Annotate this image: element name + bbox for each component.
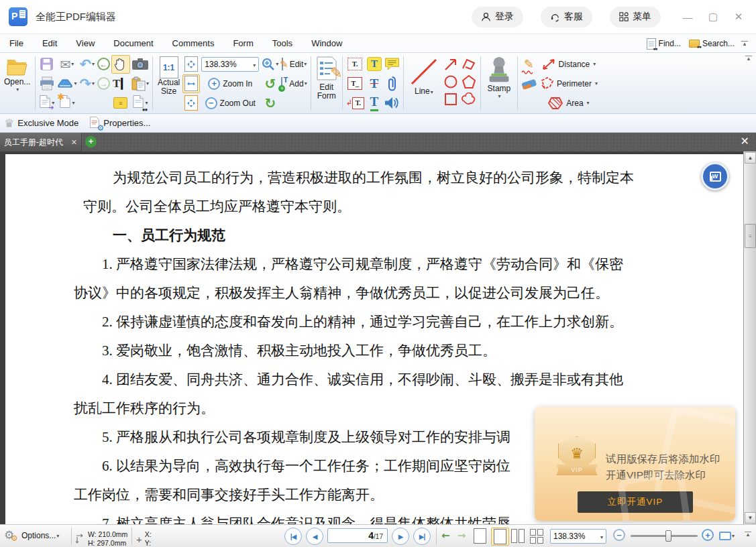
ellipse-tool-button[interactable] bbox=[442, 74, 460, 90]
vertical-scrollbar[interactable]: ▲ ≡ ▼ bbox=[743, 151, 756, 524]
search-button[interactable]: Search... bbox=[702, 39, 735, 48]
history-back-button[interactable]: ← bbox=[96, 55, 111, 74]
scroll-down-icon[interactable]: ▼ bbox=[745, 512, 756, 524]
line-dropdown-icon[interactable] bbox=[431, 89, 433, 95]
menu-button[interactable]: 菜单 bbox=[610, 7, 661, 27]
status-zoom-combo[interactable]: 138.33% bbox=[550, 529, 606, 544]
fit-width-button[interactable] bbox=[182, 74, 200, 93]
stamp-dropdown-icon[interactable] bbox=[498, 93, 500, 99]
distance-tool-button[interactable]: Distance bbox=[538, 54, 599, 74]
menu-item[interactable]: Window bbox=[302, 38, 352, 48]
doc-search-dropdown-icon[interactable] bbox=[145, 100, 148, 106]
polygon-tool-button[interactable] bbox=[460, 74, 478, 90]
paste-dropdown-icon[interactable] bbox=[146, 80, 149, 86]
rectangle-tool-button[interactable] bbox=[442, 91, 460, 107]
hand-tool-button[interactable] bbox=[111, 55, 130, 74]
find-button[interactable]: Find... bbox=[659, 39, 681, 48]
zoom-in-slider-button[interactable]: + bbox=[702, 529, 714, 541]
save-button[interactable] bbox=[38, 55, 56, 74]
view-forward-button[interactable]: → bbox=[457, 530, 466, 542]
polyline-tool-button[interactable] bbox=[460, 56, 478, 72]
select-comments-button[interactable]: ≡ bbox=[111, 94, 130, 113]
edit-content-button[interactable]: ✎Edit bbox=[280, 55, 308, 74]
open-button[interactable]: Open... bbox=[1, 54, 33, 112]
scan-button[interactable] bbox=[56, 74, 78, 93]
perimeter-tool-button[interactable]: Perimeter bbox=[538, 74, 599, 93]
scrollbar-thumb[interactable]: ≡ bbox=[745, 224, 756, 248]
zoom-out-button[interactable]: −Zoom Out bbox=[200, 94, 260, 113]
view-back-button[interactable]: ← bbox=[441, 530, 450, 542]
redo-dropdown-icon[interactable] bbox=[92, 80, 95, 86]
perimeter-dropdown-icon[interactable] bbox=[595, 80, 598, 86]
close-document-button[interactable]: ✕ bbox=[741, 133, 756, 151]
actual-size-button[interactable]: 1:1 ActualSize bbox=[155, 54, 182, 112]
callout-button[interactable]: ↲T. bbox=[345, 94, 366, 113]
eraser-tool-button[interactable] bbox=[520, 74, 538, 93]
new-document-button[interactable]: ✱ bbox=[56, 94, 78, 113]
zoom-out-slider-button[interactable]: − bbox=[613, 529, 625, 541]
rotate-cw-button[interactable]: ↻ bbox=[260, 94, 280, 113]
underline-text-button[interactable]: T bbox=[366, 94, 383, 113]
pencil-tool-button[interactable]: ✎ bbox=[520, 55, 538, 74]
single-page-view-button[interactable] bbox=[474, 528, 486, 544]
menu-item[interactable]: File bbox=[0, 38, 33, 48]
exclusive-mode-button[interactable]: ♛ Exclusive Mode bbox=[4, 117, 78, 130]
menu-item[interactable]: Edit bbox=[33, 38, 66, 48]
zoom-slider-handle[interactable] bbox=[665, 530, 671, 542]
two-page-view-button[interactable] bbox=[511, 529, 525, 543]
line-tool-button[interactable]: Line bbox=[406, 54, 442, 112]
menu-item[interactable]: Form bbox=[223, 38, 262, 48]
open-dropdown-icon[interactable] bbox=[16, 86, 19, 93]
tab-close-icon[interactable]: ✕ bbox=[71, 138, 77, 147]
menu-item[interactable]: Document bbox=[104, 38, 162, 48]
arrow-tool-button[interactable] bbox=[442, 56, 460, 72]
vip-upgrade-button[interactable]: 立即开通VIP bbox=[578, 491, 693, 513]
strikeout-text-button[interactable]: T bbox=[366, 74, 383, 93]
next-page-button[interactable]: ▶ bbox=[392, 528, 409, 545]
new-tab-button[interactable]: + bbox=[85, 136, 97, 147]
sticky-note-button[interactable] bbox=[383, 55, 401, 74]
fit-page-button[interactable] bbox=[182, 55, 200, 74]
sound-button[interactable] bbox=[383, 94, 401, 113]
fit-view-toggle-button[interactable] bbox=[719, 532, 735, 540]
highlight-text-button[interactable]: T bbox=[366, 55, 383, 74]
login-button[interactable]: 登录 bbox=[472, 7, 523, 27]
maximize-button[interactable]: ▢ bbox=[704, 7, 722, 26]
minimize-button[interactable]: — bbox=[678, 7, 697, 26]
add-content-button[interactable]: T+Add bbox=[280, 74, 308, 93]
menu-item[interactable]: Comments bbox=[163, 38, 224, 48]
zoom-level-combo[interactable]: 138.33% bbox=[200, 55, 260, 74]
properties-button[interactable]: ⚙ Properties... bbox=[89, 116, 150, 131]
word-export-float-button[interactable]: W ⬇ bbox=[701, 162, 729, 190]
area-tool-button[interactable]: Area bbox=[538, 93, 599, 113]
stamp-button[interactable]: Stamp bbox=[483, 54, 515, 112]
collapse-menubar-icon[interactable]: ▴ bbox=[741, 41, 748, 46]
zoom-in-button[interactable]: +Zoom In bbox=[200, 74, 260, 93]
cloud-tool-button[interactable] bbox=[460, 91, 478, 107]
history-forward-button[interactable]: → bbox=[96, 74, 111, 93]
support-button[interactable]: 客服 bbox=[541, 7, 592, 27]
search-document-button[interactable]: ●● bbox=[130, 94, 150, 113]
zoom-slider[interactable] bbox=[631, 535, 698, 537]
attach-file-button[interactable] bbox=[383, 74, 401, 93]
distance-dropdown-icon[interactable] bbox=[593, 61, 596, 67]
redo-button[interactable]: ↷ bbox=[78, 74, 96, 93]
add-dropdown-icon[interactable] bbox=[305, 80, 307, 86]
select-text-button[interactable]: T▎ bbox=[111, 74, 130, 93]
collapse-statusbar-icon[interactable]: ▴ bbox=[745, 532, 751, 537]
scroll-up-icon[interactable]: ▲ bbox=[745, 152, 756, 164]
new-doc-dropdown-icon[interactable] bbox=[72, 100, 74, 106]
options-button[interactable]: ⚙⚙ Options... bbox=[4, 528, 59, 543]
export-button[interactable]: ➜ bbox=[38, 94, 56, 113]
collapse-toolbar-icon[interactable]: ▴ bbox=[745, 56, 752, 61]
snapshot-button[interactable] bbox=[130, 55, 150, 74]
two-page-continuous-view-button[interactable] bbox=[530, 529, 543, 544]
email-dropdown-icon[interactable] bbox=[71, 61, 74, 67]
fit-visible-button[interactable] bbox=[182, 94, 200, 113]
menu-item[interactable]: Tools bbox=[263, 38, 302, 48]
undo-dropdown-icon[interactable] bbox=[92, 61, 95, 67]
rotate-ccw-button[interactable]: ↺ bbox=[260, 74, 280, 93]
edit-form-button[interactable]: ✎ EditForm bbox=[313, 54, 340, 112]
page-number-input[interactable]: 4/17 bbox=[327, 528, 388, 543]
typewriter-button[interactable]: T. bbox=[345, 55, 366, 74]
